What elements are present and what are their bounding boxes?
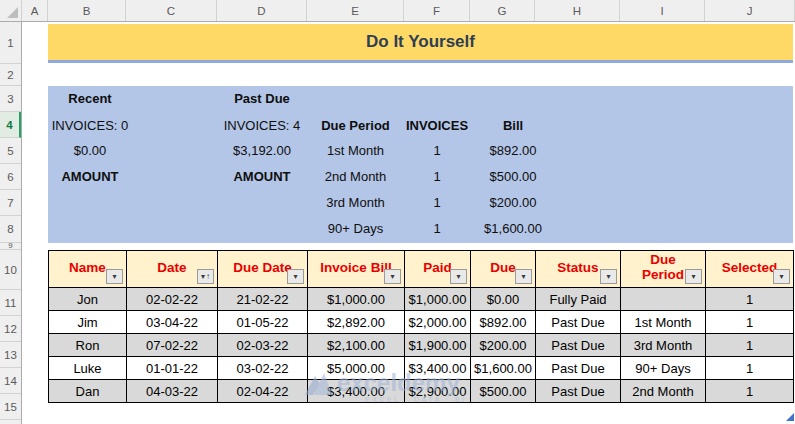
aging-bill-1[interactable]: $892.00 [468,142,558,160]
column-header-due-period[interactable]: Due Period ▾ [621,251,706,288]
select-all-corner[interactable] [0,0,22,21]
cell-due[interactable]: $892.00 [471,311,536,334]
row-header-9-collapsed[interactable]: 9 [0,243,21,250]
cell-due-period[interactable] [621,288,706,311]
cell-invoice-bill[interactable]: $1,000.00 [308,288,405,311]
cell-due-period[interactable]: 90+ Days [621,357,706,380]
cell-invoice-bill[interactable]: $2,100.00 [308,334,405,357]
cell-name[interactable]: Dan [49,380,127,403]
cell-due-date[interactable]: 21-02-22 [218,288,308,311]
filter-dropdown-button[interactable]: ▾ [515,269,532,284]
aging-bill-4[interactable]: $1,600.00 [468,220,558,238]
column-header-b[interactable]: B [48,0,126,21]
filter-dropdown-button[interactable]: ▾ [384,269,401,284]
cell-invoice-bill[interactable]: $2,892.00 [308,311,405,334]
cell-date[interactable]: 07-02-22 [127,334,218,357]
column-header-h[interactable]: H [535,0,620,21]
column-header-selected[interactable]: Selected ▾ [706,251,794,288]
cell-status[interactable]: Fully Paid [536,288,621,311]
row-header-12[interactable]: 12 [0,316,21,342]
column-header-c[interactable]: C [126,0,217,21]
cell-name[interactable]: Jon [49,288,127,311]
cell-status[interactable]: Past Due [536,380,621,403]
column-header-paid[interactable]: Paid ▾ [405,251,471,288]
cell-due-date[interactable]: 03-02-22 [218,357,308,380]
aging-period-4[interactable]: 90+ Days [307,220,404,238]
aging-period-3[interactable]: 3rd Month [307,194,404,212]
column-header-f[interactable]: F [404,0,470,21]
cell-selected[interactable]: 1 [706,380,794,403]
column-header-due[interactable]: Due ▾ [471,251,536,288]
recent-title[interactable]: Recent [40,90,140,108]
cell-invoice-bill[interactable]: $5,000.00 [308,357,405,380]
aging-count-3[interactable]: 1 [404,194,470,212]
row-header-10[interactable]: 10 [0,250,21,290]
row-header-7[interactable]: 7 [0,190,21,216]
cell-paid[interactable]: $1,900.00 [405,334,471,357]
cell-paid[interactable]: $3,400.00 [405,357,471,380]
recent-amount[interactable]: $0.00 [40,142,140,160]
cell-selected[interactable]: 1 [706,288,794,311]
filter-dropdown-button[interactable]: ▾ [685,269,702,284]
row-header-3[interactable]: 3 [0,86,21,112]
column-header-due-date[interactable]: Due Date ▾ [218,251,308,288]
cell-due[interactable]: $200.00 [471,334,536,357]
cell-status[interactable]: Past Due [536,311,621,334]
cell-due[interactable]: $1,600.00 [471,357,536,380]
aging-period-2[interactable]: 2nd Month [307,168,404,186]
title-banner[interactable]: Do It Yourself [48,24,793,63]
row-header-5[interactable]: 5 [0,138,21,164]
aging-count-4[interactable]: 1 [404,220,470,238]
cell-paid[interactable]: $2,900.00 [405,380,471,403]
recent-invoices[interactable]: INVOICES: 0 [40,117,140,135]
table-resize-handle[interactable] [786,413,794,421]
row-header-8[interactable]: 8 [0,216,21,243]
row-header-14[interactable]: 14 [0,368,21,394]
row-header-13[interactable]: 13 [0,342,21,368]
cell-due-period[interactable]: 1st Month [621,311,706,334]
column-header-i[interactable]: I [620,0,705,21]
row-header-2[interactable]: 2 [0,64,21,86]
cell-status[interactable]: Past Due [536,334,621,357]
column-header-invoice-bill[interactable]: Invoice Bill ▾ [308,251,405,288]
row-header-15[interactable]: 15 [0,394,21,420]
past-due-title[interactable]: Past Due [212,90,312,108]
aging-bill-header[interactable]: Bill [468,117,558,135]
column-header-a[interactable]: A [22,0,48,21]
past-due-amount-label[interactable]: AMOUNT [212,168,312,186]
filter-dropdown-button-sorted[interactable]: ▾↑ [197,269,214,284]
cell-selected[interactable]: 1 [706,334,794,357]
cell-due-period[interactable]: 2nd Month [621,380,706,403]
row-header-6[interactable]: 6 [0,164,21,190]
aging-count-2[interactable]: 1 [404,168,470,186]
aging-due-period-header[interactable]: Due Period [307,117,404,135]
aging-invoices-header[interactable]: INVOICES [404,117,470,135]
cell-paid[interactable]: $1,000.00 [405,288,471,311]
cell-due-date[interactable]: 02-04-22 [218,380,308,403]
filter-dropdown-button[interactable]: ▾ [773,269,790,284]
past-due-invoices[interactable]: INVOICES: 4 [212,117,312,135]
column-header-status[interactable]: Status ▾ [536,251,621,288]
cell-paid[interactable]: $2,000.00 [405,311,471,334]
column-header-name[interactable]: Name ▾ [49,251,127,288]
cell-due[interactable]: $500.00 [471,380,536,403]
column-header-g[interactable]: G [470,0,535,21]
row-header-1[interactable]: 1 [0,22,21,64]
row-header-4-active[interactable]: 4 [0,112,21,138]
cell-name[interactable]: Jim [49,311,127,334]
aging-bill-3[interactable]: $200.00 [468,194,558,212]
aging-bill-2[interactable]: $500.00 [468,168,558,186]
filter-dropdown-button[interactable]: ▾ [106,269,123,284]
filter-dropdown-button[interactable]: ▾ [287,269,304,284]
column-header-j[interactable]: J [705,0,795,21]
cell-name[interactable]: Ron [49,334,127,357]
filter-dropdown-button[interactable]: ▾ [450,269,467,284]
cell-status[interactable]: Past Due [536,357,621,380]
cell-invoice-bill[interactable]: $3,400.00 [308,380,405,403]
cell-date[interactable]: 01-01-22 [127,357,218,380]
cell-selected[interactable]: 1 [706,311,794,334]
column-header-e[interactable]: E [307,0,404,21]
cell-due[interactable]: $0.00 [471,288,536,311]
filter-dropdown-button[interactable]: ▾ [600,269,617,284]
past-due-amount[interactable]: $3,192.00 [212,142,312,160]
